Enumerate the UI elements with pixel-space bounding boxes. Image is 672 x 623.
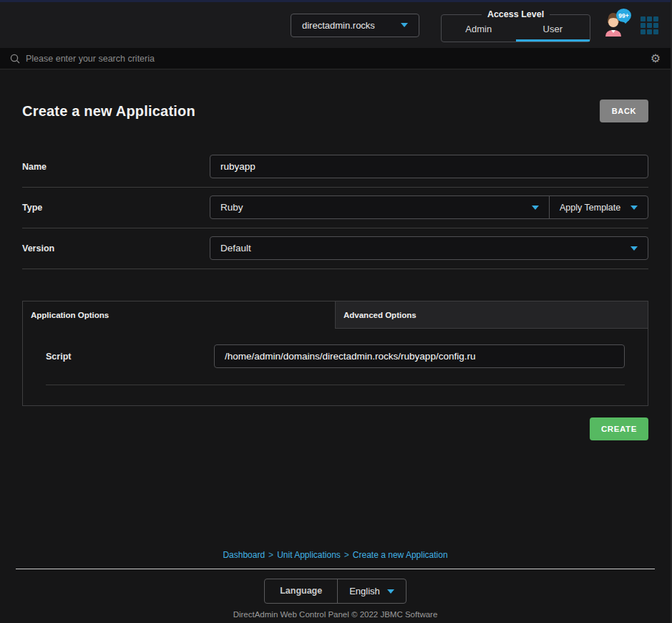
version-select-value: Default	[220, 243, 251, 253]
options-panel: Application Options Advanced Options Scr…	[22, 301, 648, 406]
name-row: Name	[22, 147, 648, 188]
back-button[interactable]: BACK	[600, 100, 648, 122]
divider	[46, 385, 625, 385]
type-select-value: Ruby	[220, 202, 243, 213]
chevron-down-icon	[630, 206, 638, 210]
global-search-bar: ⚙	[0, 48, 671, 69]
chevron-down-icon	[401, 23, 408, 27]
copyright-text: DirectAdmin Web Control Panel © 2022 JBM…	[0, 610, 671, 619]
tab-application-options[interactable]: Application Options	[23, 301, 335, 329]
gear-icon[interactable]: ⚙	[651, 53, 661, 64]
header-bar: directadmin.rocks Access Level Admin Use…	[0, 2, 671, 48]
version-row: Version Default	[22, 228, 648, 269]
search-icon	[10, 54, 20, 64]
breadcrumb-unit-applications[interactable]: Unit Applications	[277, 550, 341, 560]
tab-advanced-options[interactable]: Advanced Options	[335, 301, 648, 329]
breadcrumb-current-page[interactable]: Create a new Application	[353, 550, 448, 560]
name-label: Name	[22, 162, 210, 172]
footer: Dashboard>Unit Applications>Create a new…	[0, 550, 671, 623]
apps-grid-icon[interactable]	[641, 16, 658, 34]
language-value: English	[349, 586, 380, 597]
access-level-switcher: Access Level Admin User	[441, 9, 590, 42]
script-input[interactable]	[214, 344, 625, 368]
notification-badge: 99+	[616, 9, 631, 22]
search-input[interactable]	[26, 54, 645, 64]
create-button[interactable]: CREATE	[590, 417, 648, 440]
access-level-user[interactable]: User	[516, 19, 590, 42]
script-label: Script	[46, 352, 214, 362]
apply-template-dropdown[interactable]: Apply Template	[549, 195, 648, 219]
language-label: Language	[265, 579, 337, 603]
type-row: Type Ruby Apply Template	[22, 188, 648, 228]
version-label: Version	[22, 243, 210, 253]
main-content: Create a new Application BACK Name Type …	[0, 69, 671, 440]
domain-selector[interactable]: directadmin.rocks	[291, 14, 419, 37]
chevron-down-icon	[387, 589, 394, 594]
apply-template-label: Apply Template	[560, 203, 620, 213]
user-avatar[interactable]: 99+	[602, 13, 625, 37]
language-selector: Language English	[264, 579, 406, 604]
access-level-label: Access Level	[482, 9, 550, 19]
type-select[interactable]: Ruby	[210, 195, 550, 219]
page-title: Create a new Application	[22, 103, 195, 120]
name-input[interactable]	[210, 155, 648, 178]
type-label: Type	[22, 203, 210, 213]
access-level-admin[interactable]: Admin	[442, 19, 516, 42]
script-row: Script	[46, 344, 625, 368]
breadcrumb-dashboard[interactable]: Dashboard	[223, 550, 265, 560]
domain-selector-value: directadmin.rocks	[302, 20, 375, 31]
footer-divider	[16, 569, 655, 569]
breadcrumb: Dashboard>Unit Applications>Create a new…	[0, 550, 671, 560]
version-select[interactable]: Default	[210, 236, 648, 260]
application-form: Name Type Ruby Apply Template Version	[22, 147, 648, 269]
chevron-down-icon	[532, 206, 539, 210]
breadcrumb-separator: >	[344, 550, 349, 560]
chevron-down-icon	[630, 246, 638, 251]
language-dropdown[interactable]: English	[337, 579, 406, 603]
breadcrumb-separator: >	[268, 550, 273, 560]
